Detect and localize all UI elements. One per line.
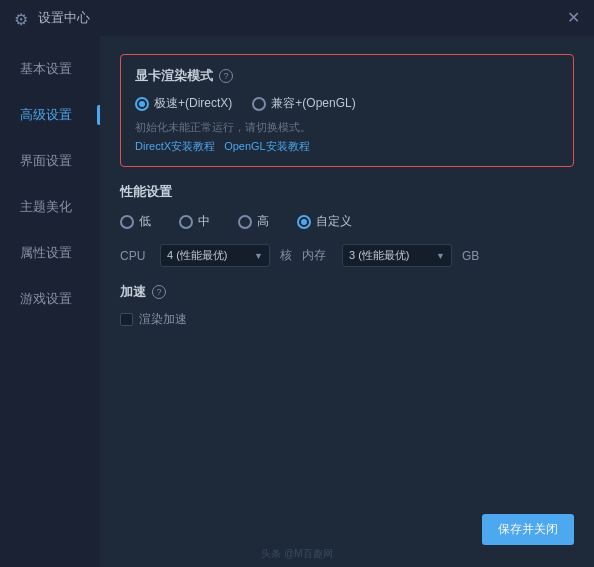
cpu-dropdown-arrow: ▼	[254, 251, 263, 261]
render-hint-text: 初始化未能正常运行，请切换模式。	[135, 120, 559, 135]
radio-label-high: 高	[257, 213, 269, 230]
render-help-icon[interactable]: ?	[219, 69, 233, 83]
resource-row: CPU 4 (性能最优) ▼ 核 内存 3 (性能最优) ▼ GB	[120, 244, 574, 267]
accel-title: 加速	[120, 283, 146, 301]
sidebar-item-ui[interactable]: 界面设置	[0, 138, 100, 184]
directx-tutorial-link[interactable]: DirectX安装教程	[135, 140, 215, 152]
mem-unit: GB	[462, 249, 479, 263]
sidebar-item-game[interactable]: 游戏设置	[0, 276, 100, 322]
window-title: 设置中心	[38, 9, 90, 27]
radio-opengl[interactable]: 兼容+(OpenGL)	[252, 95, 355, 112]
radio-label-mid: 中	[198, 213, 210, 230]
cpu-select-text: 4 (性能最优)	[167, 248, 250, 263]
radio-circle-mid	[179, 215, 193, 229]
sidebar-item-basic[interactable]: 基本设置	[0, 46, 100, 92]
radio-circle-opengl	[252, 97, 266, 111]
render-mode-section: 显卡渲染模式 ? 极速+(DirectX) 兼容+(OpenGL) 初始化未能正…	[120, 54, 574, 167]
render-radio-group: 极速+(DirectX) 兼容+(OpenGL)	[135, 95, 559, 112]
save-close-button[interactable]: 保存并关闭	[482, 514, 574, 545]
mem-label: 内存	[302, 247, 332, 264]
close-button[interactable]: ✕	[567, 10, 580, 26]
radio-label-custom: 自定义	[316, 213, 352, 230]
mem-select-text: 3 (性能最优)	[349, 248, 432, 263]
accel-section: 加速 ? 渲染加速	[120, 283, 574, 328]
settings-icon: ⚙	[14, 10, 30, 26]
accel-header: 加速 ?	[120, 283, 574, 301]
sidebar: 基本设置 高级设置 界面设置 主题美化 属性设置 游戏设置	[0, 36, 100, 567]
title-bar-left: ⚙ 设置中心	[14, 9, 90, 27]
radio-label-low: 低	[139, 213, 151, 230]
radio-mid[interactable]: 中	[179, 213, 210, 230]
radio-circle-custom	[297, 215, 311, 229]
render-mode-header: 显卡渲染模式 ?	[135, 67, 559, 85]
render-accel-label: 渲染加速	[139, 311, 187, 328]
radio-circle-directx	[135, 97, 149, 111]
mem-select[interactable]: 3 (性能最优) ▼	[342, 244, 452, 267]
opengl-tutorial-link[interactable]: OpenGL安装教程	[224, 140, 310, 152]
radio-circle-high	[238, 215, 252, 229]
perf-section: 性能设置 低 中 高 自定义	[120, 183, 574, 267]
radio-directx[interactable]: 极速+(DirectX)	[135, 95, 232, 112]
core-label: 核	[280, 247, 292, 264]
radio-high[interactable]: 高	[238, 213, 269, 230]
content-area: 显卡渲染模式 ? 极速+(DirectX) 兼容+(OpenGL) 初始化未能正…	[100, 36, 594, 567]
radio-custom[interactable]: 自定义	[297, 213, 352, 230]
accel-help-icon[interactable]: ?	[152, 285, 166, 299]
perf-radio-row: 低 中 高 自定义	[120, 213, 574, 230]
perf-title: 性能设置	[120, 183, 574, 201]
mem-dropdown-arrow: ▼	[436, 251, 445, 261]
main-layout: 基本设置 高级设置 界面设置 主题美化 属性设置 游戏设置 显卡渲染模式 ?	[0, 36, 594, 567]
render-accel-checkbox[interactable]	[120, 313, 133, 326]
render-mode-title: 显卡渲染模式	[135, 67, 213, 85]
radio-low[interactable]: 低	[120, 213, 151, 230]
sidebar-item-attr[interactable]: 属性设置	[0, 230, 100, 276]
cpu-label: CPU	[120, 249, 150, 263]
title-bar: ⚙ 设置中心 ✕	[0, 0, 594, 36]
sidebar-item-theme[interactable]: 主题美化	[0, 184, 100, 230]
render-links: DirectX安装教程 OpenGL安装教程	[135, 139, 559, 154]
radio-label-opengl: 兼容+(OpenGL)	[271, 95, 355, 112]
sidebar-item-advanced[interactable]: 高级设置	[0, 92, 100, 138]
radio-circle-low	[120, 215, 134, 229]
watermark: 头条 @M百趣网	[261, 547, 332, 561]
radio-label-directx: 极速+(DirectX)	[154, 95, 232, 112]
cpu-select[interactable]: 4 (性能最优) ▼	[160, 244, 270, 267]
render-accel-checkbox-row[interactable]: 渲染加速	[120, 311, 574, 328]
